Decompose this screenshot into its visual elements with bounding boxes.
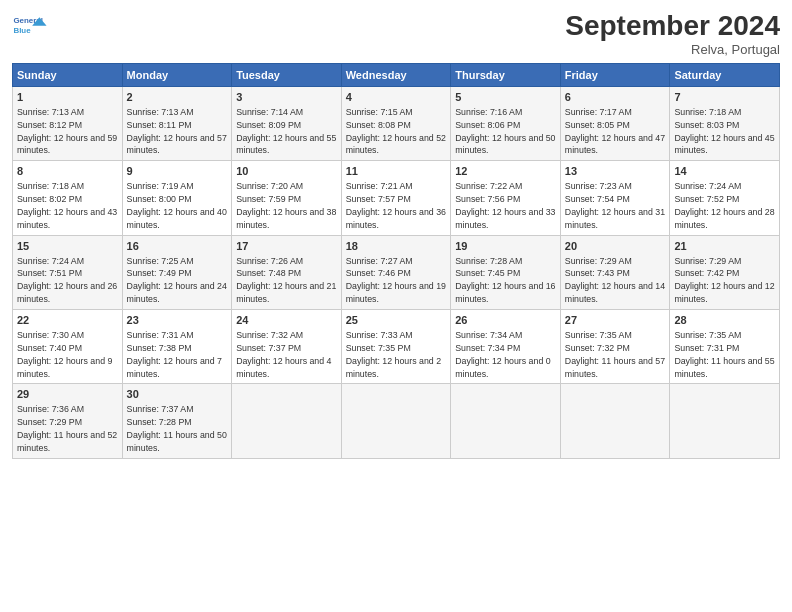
day-detail: Sunrise: 7:15 AMSunset: 8:08 PMDaylight:… <box>346 107 446 156</box>
day-number: 20 <box>565 239 666 254</box>
calendar-cell: 25Sunrise: 7:33 AMSunset: 7:35 PMDayligh… <box>341 310 451 384</box>
day-number: 27 <box>565 313 666 328</box>
day-detail: Sunrise: 7:35 AMSunset: 7:32 PMDaylight:… <box>565 330 665 379</box>
calendar-cell: 6Sunrise: 7:17 AMSunset: 8:05 PMDaylight… <box>560 87 670 161</box>
day-detail: Sunrise: 7:37 AMSunset: 7:28 PMDaylight:… <box>127 404 227 453</box>
calendar-subtitle: Relva, Portugal <box>565 42 780 57</box>
col-friday: Friday <box>560 64 670 87</box>
day-number: 16 <box>127 239 228 254</box>
week-row-1: 1Sunrise: 7:13 AMSunset: 8:12 PMDaylight… <box>13 87 780 161</box>
day-detail: Sunrise: 7:35 AMSunset: 7:31 PMDaylight:… <box>674 330 774 379</box>
day-number: 22 <box>17 313 118 328</box>
day-number: 11 <box>346 164 447 179</box>
day-number: 13 <box>565 164 666 179</box>
col-wednesday: Wednesday <box>341 64 451 87</box>
day-detail: Sunrise: 7:25 AMSunset: 7:49 PMDaylight:… <box>127 256 227 305</box>
header: General Blue September 2024 Relva, Portu… <box>12 10 780 57</box>
day-number: 14 <box>674 164 775 179</box>
day-number: 2 <box>127 90 228 105</box>
day-detail: Sunrise: 7:17 AMSunset: 8:05 PMDaylight:… <box>565 107 665 156</box>
calendar-cell: 5Sunrise: 7:16 AMSunset: 8:06 PMDaylight… <box>451 87 561 161</box>
calendar-cell: 10Sunrise: 7:20 AMSunset: 7:59 PMDayligh… <box>232 161 342 235</box>
logo-svg: General Blue <box>12 10 48 46</box>
day-detail: Sunrise: 7:18 AMSunset: 8:02 PMDaylight:… <box>17 181 117 230</box>
day-number: 8 <box>17 164 118 179</box>
day-number: 25 <box>346 313 447 328</box>
calendar-cell: 30Sunrise: 7:37 AMSunset: 7:28 PMDayligh… <box>122 384 232 458</box>
day-detail: Sunrise: 7:34 AMSunset: 7:34 PMDaylight:… <box>455 330 550 379</box>
day-number: 7 <box>674 90 775 105</box>
day-detail: Sunrise: 7:29 AMSunset: 7:42 PMDaylight:… <box>674 256 774 305</box>
calendar-cell <box>232 384 342 458</box>
day-number: 3 <box>236 90 337 105</box>
day-number: 17 <box>236 239 337 254</box>
calendar-cell: 14Sunrise: 7:24 AMSunset: 7:52 PMDayligh… <box>670 161 780 235</box>
calendar-cell: 2Sunrise: 7:13 AMSunset: 8:11 PMDaylight… <box>122 87 232 161</box>
day-detail: Sunrise: 7:28 AMSunset: 7:45 PMDaylight:… <box>455 256 555 305</box>
calendar-cell: 20Sunrise: 7:29 AMSunset: 7:43 PMDayligh… <box>560 235 670 309</box>
calendar-cell: 1Sunrise: 7:13 AMSunset: 8:12 PMDaylight… <box>13 87 123 161</box>
day-detail: Sunrise: 7:32 AMSunset: 7:37 PMDaylight:… <box>236 330 331 379</box>
day-detail: Sunrise: 7:26 AMSunset: 7:48 PMDaylight:… <box>236 256 336 305</box>
calendar-cell: 23Sunrise: 7:31 AMSunset: 7:38 PMDayligh… <box>122 310 232 384</box>
day-detail: Sunrise: 7:22 AMSunset: 7:56 PMDaylight:… <box>455 181 555 230</box>
calendar-cell: 21Sunrise: 7:29 AMSunset: 7:42 PMDayligh… <box>670 235 780 309</box>
day-detail: Sunrise: 7:24 AMSunset: 7:51 PMDaylight:… <box>17 256 117 305</box>
calendar-cell: 19Sunrise: 7:28 AMSunset: 7:45 PMDayligh… <box>451 235 561 309</box>
day-detail: Sunrise: 7:20 AMSunset: 7:59 PMDaylight:… <box>236 181 336 230</box>
day-detail: Sunrise: 7:18 AMSunset: 8:03 PMDaylight:… <box>674 107 774 156</box>
day-number: 26 <box>455 313 556 328</box>
calendar-table: Sunday Monday Tuesday Wednesday Thursday… <box>12 63 780 459</box>
day-detail: Sunrise: 7:14 AMSunset: 8:09 PMDaylight:… <box>236 107 336 156</box>
calendar-cell <box>560 384 670 458</box>
day-detail: Sunrise: 7:23 AMSunset: 7:54 PMDaylight:… <box>565 181 665 230</box>
title-block: September 2024 Relva, Portugal <box>565 10 780 57</box>
calendar-cell: 11Sunrise: 7:21 AMSunset: 7:57 PMDayligh… <box>341 161 451 235</box>
day-number: 30 <box>127 387 228 402</box>
page-container: General Blue September 2024 Relva, Portu… <box>0 0 792 469</box>
day-number: 5 <box>455 90 556 105</box>
day-number: 19 <box>455 239 556 254</box>
day-number: 12 <box>455 164 556 179</box>
calendar-cell: 13Sunrise: 7:23 AMSunset: 7:54 PMDayligh… <box>560 161 670 235</box>
day-detail: Sunrise: 7:13 AMSunset: 8:11 PMDaylight:… <box>127 107 227 156</box>
week-row-4: 22Sunrise: 7:30 AMSunset: 7:40 PMDayligh… <box>13 310 780 384</box>
day-number: 24 <box>236 313 337 328</box>
day-detail: Sunrise: 7:21 AMSunset: 7:57 PMDaylight:… <box>346 181 446 230</box>
day-detail: Sunrise: 7:36 AMSunset: 7:29 PMDaylight:… <box>17 404 117 453</box>
calendar-cell: 12Sunrise: 7:22 AMSunset: 7:56 PMDayligh… <box>451 161 561 235</box>
col-thursday: Thursday <box>451 64 561 87</box>
header-row: Sunday Monday Tuesday Wednesday Thursday… <box>13 64 780 87</box>
day-number: 9 <box>127 164 228 179</box>
calendar-cell: 28Sunrise: 7:35 AMSunset: 7:31 PMDayligh… <box>670 310 780 384</box>
calendar-cell: 22Sunrise: 7:30 AMSunset: 7:40 PMDayligh… <box>13 310 123 384</box>
day-number: 23 <box>127 313 228 328</box>
day-number: 28 <box>674 313 775 328</box>
col-monday: Monday <box>122 64 232 87</box>
day-detail: Sunrise: 7:24 AMSunset: 7:52 PMDaylight:… <box>674 181 774 230</box>
logo: General Blue <box>12 10 48 46</box>
day-number: 21 <box>674 239 775 254</box>
day-detail: Sunrise: 7:31 AMSunset: 7:38 PMDaylight:… <box>127 330 222 379</box>
day-number: 10 <box>236 164 337 179</box>
col-saturday: Saturday <box>670 64 780 87</box>
calendar-cell: 29Sunrise: 7:36 AMSunset: 7:29 PMDayligh… <box>13 384 123 458</box>
day-number: 4 <box>346 90 447 105</box>
week-row-5: 29Sunrise: 7:36 AMSunset: 7:29 PMDayligh… <box>13 384 780 458</box>
day-detail: Sunrise: 7:27 AMSunset: 7:46 PMDaylight:… <box>346 256 446 305</box>
col-tuesday: Tuesday <box>232 64 342 87</box>
day-detail: Sunrise: 7:29 AMSunset: 7:43 PMDaylight:… <box>565 256 665 305</box>
calendar-cell: 15Sunrise: 7:24 AMSunset: 7:51 PMDayligh… <box>13 235 123 309</box>
calendar-cell: 27Sunrise: 7:35 AMSunset: 7:32 PMDayligh… <box>560 310 670 384</box>
day-detail: Sunrise: 7:13 AMSunset: 8:12 PMDaylight:… <box>17 107 117 156</box>
week-row-3: 15Sunrise: 7:24 AMSunset: 7:51 PMDayligh… <box>13 235 780 309</box>
calendar-cell <box>341 384 451 458</box>
day-number: 29 <box>17 387 118 402</box>
day-number: 15 <box>17 239 118 254</box>
calendar-cell: 16Sunrise: 7:25 AMSunset: 7:49 PMDayligh… <box>122 235 232 309</box>
col-sunday: Sunday <box>13 64 123 87</box>
calendar-cell: 17Sunrise: 7:26 AMSunset: 7:48 PMDayligh… <box>232 235 342 309</box>
calendar-cell <box>451 384 561 458</box>
calendar-cell: 3Sunrise: 7:14 AMSunset: 8:09 PMDaylight… <box>232 87 342 161</box>
calendar-cell: 4Sunrise: 7:15 AMSunset: 8:08 PMDaylight… <box>341 87 451 161</box>
